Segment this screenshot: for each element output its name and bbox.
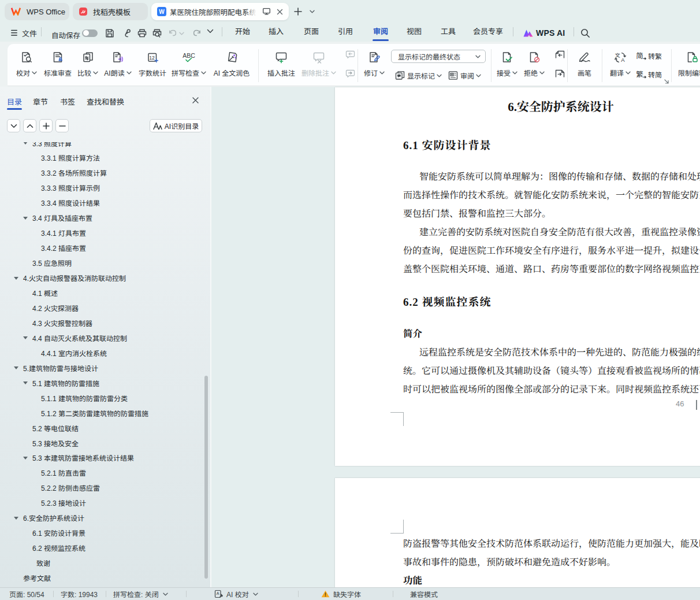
document-page-46[interactable]: 6.安全防护系统设计6.1 安防设计背景智能安防系统可以简单理解为：图像的传输和…: [335, 87, 700, 466]
proofread-button[interactable]: 校对: [10, 44, 43, 86]
toc-zoom-in-button[interactable]: [39, 119, 53, 132]
toc-item[interactable]: 3.3.2 各场所照度计算: [0, 165, 203, 180]
page-indicator[interactable]: 页面: 50/54: [9, 588, 44, 600]
toc-item[interactable]: 5.2 等电位联结: [0, 420, 203, 435]
menu-review-active[interactable]: 审阅: [371, 24, 390, 39]
insert-comment-button[interactable]: 插入批注: [263, 44, 299, 86]
standard-review-button[interactable]: 标准审查: [40, 44, 75, 86]
toc-item[interactable]: 致谢: [0, 555, 203, 571]
sidebar-close-icon[interactable]: [192, 97, 199, 104]
menu-item[interactable]: 会员专享: [472, 24, 504, 39]
ai-recognize-toc-button[interactable]: AI识别目录: [150, 119, 202, 132]
toc-item[interactable]: 3.3 照度计算: [0, 142, 203, 150]
file-menu-button[interactable]: 文件: [11, 25, 37, 40]
ai-read-button[interactable]: AI朗读: [101, 44, 135, 86]
toc-item[interactable]: 5.3 接地及安全: [0, 435, 203, 450]
markup-state-combobox[interactable]: 显示标记的最终状态: [391, 50, 486, 63]
ribbon-expand-icon[interactable]: [664, 79, 669, 84]
print-button[interactable]: [137, 29, 147, 38]
toc-item[interactable]: 3.3.4 照度设计结果: [0, 195, 203, 210]
toc-item[interactable]: 4.4.1 室内消火栓系统: [0, 345, 203, 360]
new-tab-button[interactable]: [294, 8, 302, 16]
revise-button[interactable]: 修订: [359, 44, 390, 86]
change-next-button[interactable]: [555, 69, 565, 78]
translate-button[interactable]: 文A翻译: [605, 44, 635, 86]
toc-item[interactable]: 4.1 概述: [0, 286, 203, 301]
toc-item[interactable]: 3.4.2 插座布置: [0, 240, 203, 255]
toc-item[interactable]: 6.2 视频监控系统: [0, 540, 203, 555]
toc-item[interactable]: 3.4.1 灯具布置: [0, 225, 203, 240]
toc-item[interactable]: 4.火灾自动报警器及消防联动控制: [0, 271, 203, 286]
toc-item[interactable]: 5.建筑物防雷与接地设计: [0, 360, 203, 375]
toc-item[interactable]: 4.3 火灾报警控制器: [0, 315, 203, 330]
redo-button[interactable]: [192, 29, 201, 36]
tab-close-icon[interactable]: [277, 9, 283, 15]
menu-item[interactable]: 插入: [268, 24, 284, 39]
toc-zoom-out-button[interactable]: [55, 119, 69, 132]
sidebar-scrollbar-thumb[interactable]: [204, 376, 208, 579]
toc-item[interactable]: 5.1 建筑物的防雷措施: [0, 375, 203, 390]
restrict-edit-button[interactable]: 限制编辑: [674, 44, 700, 86]
toc-item[interactable]: 3.4 灯具及插座布置: [0, 210, 203, 225]
toc-item[interactable]: 5.2.1 防直击雷: [0, 465, 203, 480]
wps-ai-button[interactable]: WPS AI: [523, 25, 565, 40]
print-preview-button[interactable]: [152, 29, 162, 38]
menu-item[interactable]: 视图: [406, 24, 422, 39]
toc-item[interactable]: 4.4 自动灭火系统及其联动控制: [0, 330, 203, 345]
reject-button[interactable]: 拒绝: [519, 44, 549, 86]
autosave-toggle[interactable]: [82, 29, 98, 37]
menu-item[interactable]: 页面: [303, 24, 319, 39]
toc-collapse-arrow-icon[interactable]: [14, 517, 18, 520]
combobox-caret-icon[interactable]: [475, 55, 481, 58]
toc-item[interactable]: 5.1.2 第二类防雷建筑物的防雷措施: [0, 405, 203, 420]
export-pdf-button[interactable]: [124, 29, 132, 38]
ai-proofread[interactable]: AAI 校对: [214, 588, 258, 600]
toc-item[interactable]: 5.2.2 防侧击感应雷: [0, 480, 203, 495]
toc-item[interactable]: 6.1 安防设计背景: [0, 525, 203, 540]
menu-item[interactable]: 开始: [234, 24, 251, 39]
toc-item[interactable]: 3.3.3 照度计算示例: [0, 180, 203, 195]
ai-polish-button[interactable]: AI 全文润色: [209, 44, 254, 86]
toc-expand-up-button[interactable]: [23, 119, 36, 132]
toc-item[interactable]: 3.5 应急照明: [0, 255, 203, 271]
sidebar-tab-find-replace[interactable]: 查找和替换: [87, 96, 127, 109]
monitor-icon[interactable]: [263, 8, 270, 15]
toc-collapse-arrow-icon[interactable]: [23, 336, 28, 339]
document-page-47[interactable]: 防盗报警等其他安全技术防范体系联动运行，使防范能力更加强大，能及时发现事故和事件…: [335, 478, 700, 587]
tab-document[interactable]: W某医院住院部照明配电系统设计: [151, 3, 289, 20]
traditional-to-simplified-button[interactable]: 繁转简: [635, 69, 662, 79]
change-prev-button[interactable]: [555, 50, 565, 59]
toc-collapse-arrow-icon[interactable]: [14, 277, 18, 280]
search-button[interactable]: [580, 28, 590, 38]
toc-collapse-arrow-icon[interactable]: [14, 366, 18, 369]
toc-item[interactable]: 5.2.3 接地设计: [0, 495, 203, 510]
review-pane-button[interactable]: 审阅: [448, 71, 481, 80]
undo-caret-icon[interactable]: [179, 32, 184, 35]
compat-mode[interactable]: 兼容模式: [410, 588, 438, 600]
compare-button[interactable]: 比较: [72, 44, 103, 86]
toc-collapse-arrow-icon[interactable]: [23, 142, 28, 145]
tab-wps-home[interactable]: WPS Office: [5, 3, 69, 20]
toc-item[interactable]: 4.2 火灾探测器: [0, 300, 203, 315]
menu-item[interactable]: 引用: [337, 24, 353, 39]
missing-fonts[interactable]: 缺失字体: [321, 588, 361, 600]
tab-list-caret-icon[interactable]: [310, 10, 315, 13]
toc-item[interactable]: 3.3.1 照度计算方法: [0, 150, 203, 165]
toc-collapse-button[interactable]: [7, 119, 20, 132]
tab-docer[interactable]: 找稻壳模板: [73, 3, 148, 20]
toc-item[interactable]: 6.安全防护系统设计: [0, 510, 203, 525]
spellcheck-status[interactable]: 拼写检查: 关闭: [113, 588, 168, 600]
menu-item[interactable]: 工具: [440, 24, 456, 39]
spell-check-button[interactable]: ABC拼写检查: [169, 44, 208, 86]
toolbar-more-button[interactable]: [207, 29, 214, 34]
accept-button[interactable]: 接受: [492, 44, 522, 86]
toc-item[interactable]: 5.3 本建筑防雷接地系统设计结果: [0, 450, 203, 465]
sidebar-tab-bookmarks[interactable]: 书签: [60, 96, 75, 109]
word-count-button[interactable]: 12字数统计: [135, 44, 170, 86]
dropdown-caret-icon[interactable]: [253, 592, 258, 596]
sidebar-tab-sections[interactable]: 章节: [33, 96, 48, 109]
toc-item[interactable]: 5.1.1 建筑物的防雷防雷分类: [0, 390, 203, 405]
save-button[interactable]: [105, 29, 114, 38]
toc-collapse-arrow-icon[interactable]: [23, 457, 28, 460]
toc-item[interactable]: 参考文献: [0, 571, 203, 586]
